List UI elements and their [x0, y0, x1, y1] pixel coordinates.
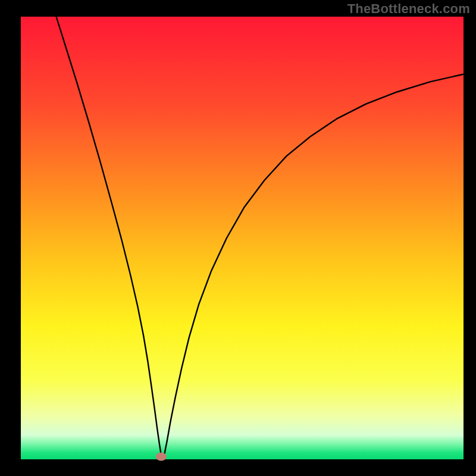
plot-background: [21, 17, 464, 459]
chart-frame: TheBottleneck.com: [0, 0, 476, 476]
watermark-text: TheBottleneck.com: [347, 1, 470, 17]
optimum-marker: [156, 453, 167, 461]
bottleneck-chart: [0, 0, 476, 476]
